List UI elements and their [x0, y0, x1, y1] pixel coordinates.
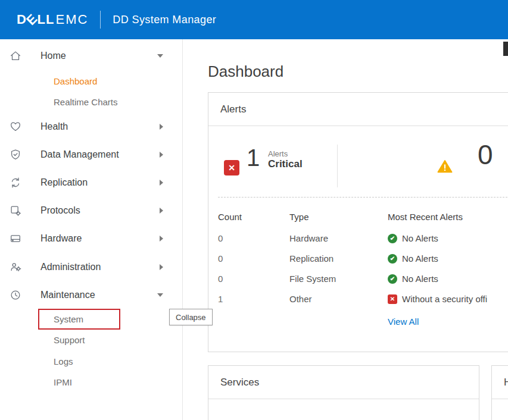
- summary-divider: [337, 145, 338, 187]
- dashed-divider: [218, 197, 508, 198]
- ok-icon: [388, 234, 397, 243]
- logo-emc: EMC: [55, 12, 88, 27]
- right-card-title: H: [492, 366, 508, 399]
- home-icon: [8, 49, 23, 63]
- alerts-table-header: Count Type Most Recent Alerts: [208, 212, 508, 226]
- row-count: 0: [218, 253, 223, 264]
- sidebar-item-replication[interactable]: Replication: [0, 173, 182, 193]
- row-status: No Alerts: [402, 274, 438, 284]
- shield-icon: [8, 148, 23, 162]
- chevron-right-icon: [160, 264, 163, 270]
- sidebar-item-health[interactable]: Health: [0, 117, 182, 137]
- chevron-right-icon: [160, 152, 163, 158]
- column-header-count: Count: [218, 212, 242, 222]
- critical-label-top: Alerts: [268, 149, 303, 158]
- alerts-card: Alerts 1 Alerts Critical 0 Count Type Mo…: [208, 92, 508, 352]
- row-type: Hardware: [289, 233, 328, 243]
- sidebar-item-label: Health: [40, 121, 68, 132]
- critical-labels: Alerts Critical: [268, 149, 303, 170]
- chevron-down-icon: [157, 54, 163, 58]
- clock-icon: [8, 288, 23, 302]
- sidebar-item-support[interactable]: Support: [54, 331, 85, 349]
- sidebar-item-label: Logs: [54, 356, 73, 366]
- row-status: Without a security offi: [402, 294, 487, 304]
- error-icon: [388, 294, 397, 304]
- sidebar-item-label: System: [54, 314, 83, 324]
- sidebar-item-logs[interactable]: Logs: [54, 352, 73, 370]
- sidebar-item-label: Replication: [40, 177, 88, 188]
- heart-icon: [8, 120, 23, 134]
- sidebar-item-label: Realtime Charts: [54, 97, 118, 107]
- sidebar-item-maintenance[interactable]: Maintenance: [0, 285, 182, 305]
- sidebar-item-dashboard[interactable]: Dashboard: [54, 72, 97, 90]
- sidebar-item-ipmi[interactable]: IPMI: [54, 373, 72, 391]
- table-row: 0 Replication No Alerts: [208, 253, 508, 268]
- table-row: 1 Other Without a security offi: [208, 294, 508, 308]
- row-count: 0: [218, 233, 223, 243]
- warning-icon: [437, 159, 453, 174]
- row-type: Replication: [289, 253, 334, 264]
- table-row: 0 Hardware No Alerts: [208, 233, 508, 247]
- row-status: No Alerts: [402, 253, 438, 264]
- sidebar-item-label: Home: [40, 51, 66, 61]
- app-window: DELLEMC DD System Manager Home Dashboard…: [0, 0, 508, 420]
- sidebar-item-label: Dashboard: [54, 76, 97, 86]
- chevron-down-icon: [157, 293, 163, 297]
- sync-icon: [8, 175, 23, 190]
- table-row: 0 File System No Alerts: [208, 274, 508, 288]
- critical-label-bottom: Critical: [268, 158, 303, 170]
- dell-emc-logo: DELLEMC: [17, 12, 88, 27]
- sidebar-item-realtime-charts[interactable]: Realtime Charts: [54, 93, 118, 111]
- sidebar-item-protocols[interactable]: Protocols: [0, 200, 182, 221]
- app-header: DELLEMC DD System Manager: [0, 0, 508, 39]
- server-icon: [8, 231, 23, 246]
- sidebar-item-label: Hardware: [40, 233, 82, 244]
- sidebar-item-label: Administration: [40, 262, 101, 272]
- sidebar-item-hardware[interactable]: Hardware: [0, 228, 182, 249]
- sidebar-item-home[interactable]: Home: [0, 46, 182, 66]
- sidebar-item-label: Data Management: [40, 149, 119, 160]
- right-card: H: [491, 365, 508, 420]
- sidebar-item-system[interactable]: System: [54, 310, 83, 328]
- services-card: Services: [208, 365, 479, 420]
- sidebar-item-label: Support: [54, 335, 85, 345]
- ok-icon: [388, 254, 397, 264]
- sidebar-item-label: Protocols: [40, 205, 80, 216]
- sidebar-item-data-management[interactable]: Data Management: [0, 145, 182, 165]
- logo-letter-ll: LL: [38, 12, 55, 27]
- chevron-right-icon: [160, 208, 163, 214]
- services-card-title: Services: [208, 366, 479, 399]
- sidebar-item-label: IPMI: [54, 377, 72, 387]
- alerts-card-title: Alerts: [208, 93, 508, 126]
- user-gear-icon: [8, 260, 23, 274]
- column-header-type: Type: [289, 212, 309, 222]
- scrollbar-thumb[interactable]: [503, 42, 508, 56]
- row-type: Other: [289, 294, 312, 304]
- chevron-right-icon: [160, 180, 163, 186]
- row-count: 0: [218, 274, 223, 284]
- critical-count: 1: [247, 145, 260, 171]
- protocols-icon: [8, 203, 23, 218]
- sidebar-item-administration[interactable]: Administration: [0, 257, 182, 277]
- header-divider: [100, 11, 101, 29]
- ok-icon: [388, 274, 397, 284]
- chevron-right-icon: [160, 124, 163, 130]
- chevron-right-icon: [160, 236, 163, 242]
- app-title: DD System Manager: [113, 14, 216, 26]
- row-type: File System: [289, 274, 336, 284]
- row-count: 1: [218, 294, 223, 304]
- column-header-most-recent: Most Recent Alerts: [388, 212, 463, 222]
- alerts-summary: 1 Alerts Critical 0: [208, 127, 508, 197]
- sidebar-item-label: Maintenance: [40, 290, 95, 300]
- page-title: Dashboard: [208, 62, 283, 81]
- collapse-tooltip: Collapse: [169, 309, 213, 325]
- collapse-tooltip-label: Collapse: [176, 313, 206, 322]
- warning-count: 0: [478, 139, 493, 171]
- row-status: No Alerts: [402, 233, 438, 243]
- critical-alert-icon: [224, 160, 239, 175]
- sidebar: Home Dashboard Realtime Charts Health Da…: [0, 39, 183, 420]
- view-all-link[interactable]: View All: [388, 316, 419, 327]
